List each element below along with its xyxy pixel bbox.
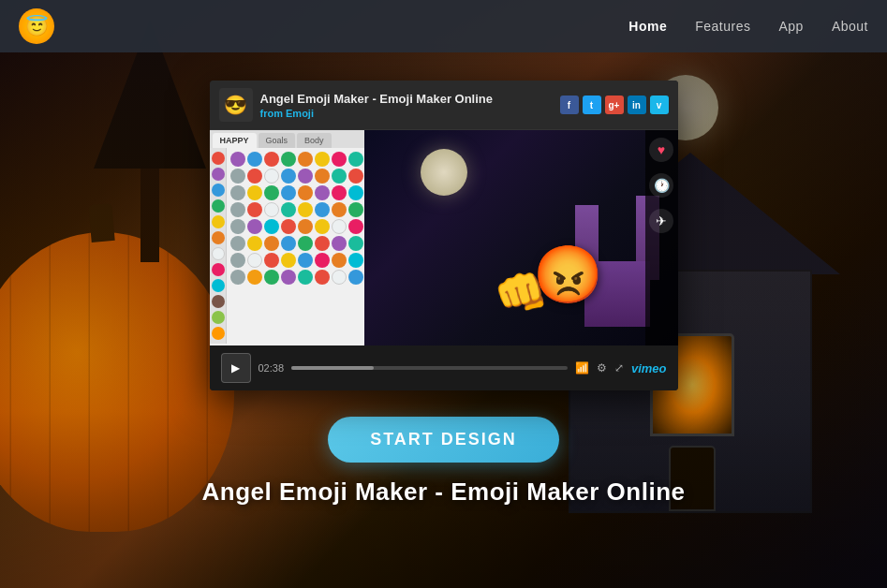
- emoji-item[interactable]: [348, 253, 363, 268]
- emoji-item[interactable]: [315, 152, 330, 167]
- emoji-item[interactable]: [264, 270, 279, 285]
- emoji-item[interactable]: [247, 202, 262, 217]
- nav-link-about[interactable]: About: [832, 19, 868, 34]
- emoji-item[interactable]: [315, 236, 330, 251]
- nav-item-home[interactable]: Home: [628, 18, 667, 35]
- sidebar-dot[interactable]: [212, 168, 225, 181]
- emoji-item[interactable]: [264, 219, 279, 234]
- emoji-item[interactable]: [332, 270, 347, 285]
- emoji-item[interactable]: [264, 253, 279, 268]
- googleplus-button[interactable]: g+: [605, 96, 624, 114]
- emoji-item[interactable]: [247, 219, 262, 234]
- emoji-item[interactable]: [264, 152, 279, 167]
- emoji-item[interactable]: [281, 236, 296, 251]
- emoji-item[interactable]: [348, 270, 363, 285]
- emoji-item[interactable]: [298, 152, 313, 167]
- emoji-item[interactable]: [230, 185, 245, 200]
- nav-item-about[interactable]: About: [832, 18, 868, 35]
- sidebar-dot[interactable]: [212, 152, 225, 165]
- emoji-item[interactable]: [281, 169, 296, 184]
- heart-button[interactable]: ♥: [649, 138, 673, 162]
- emoji-item[interactable]: [348, 236, 363, 251]
- emoji-item[interactable]: [315, 169, 330, 184]
- sidebar-dot[interactable]: [212, 184, 225, 197]
- emoji-item[interactable]: [264, 185, 279, 200]
- emoji-item[interactable]: [348, 219, 363, 234]
- emoji-item[interactable]: [281, 253, 296, 268]
- emoji-item[interactable]: [230, 202, 245, 217]
- emoji-item[interactable]: [230, 253, 245, 268]
- twitter-button[interactable]: t: [583, 96, 601, 114]
- emoji-item[interactable]: [247, 185, 262, 200]
- sidebar-dot[interactable]: [212, 295, 225, 308]
- facebook-button[interactable]: f: [560, 96, 579, 114]
- emoji-item[interactable]: [264, 202, 279, 217]
- emoji-item[interactable]: [281, 219, 296, 234]
- sidebar-dot[interactable]: [212, 311, 225, 324]
- emoji-item[interactable]: [348, 185, 363, 200]
- sidebar-dot[interactable]: [212, 199, 225, 213]
- vimeo-button[interactable]: v: [650, 96, 669, 114]
- emoji-item[interactable]: [230, 152, 245, 167]
- emoji-item[interactable]: [247, 169, 262, 184]
- volume-icon[interactable]: 📶: [575, 361, 589, 375]
- emoji-item[interactable]: [281, 185, 296, 200]
- settings-icon[interactable]: ⚙: [597, 361, 607, 375]
- emoji-tab-goals[interactable]: Goals: [259, 133, 296, 148]
- nav-item-app[interactable]: App: [778, 18, 803, 35]
- emoji-item[interactable]: [281, 270, 296, 285]
- emoji-item[interactable]: [298, 169, 313, 184]
- emoji-item[interactable]: [230, 236, 245, 251]
- emoji-item[interactable]: [332, 253, 347, 268]
- emoji-tab-happy[interactable]: HAPPY: [213, 133, 257, 148]
- emoji-item[interactable]: [332, 152, 347, 167]
- emoji-item[interactable]: [298, 185, 313, 200]
- sidebar-dot[interactable]: [212, 231, 225, 244]
- emoji-item[interactable]: [247, 236, 262, 251]
- emoji-item[interactable]: [348, 202, 363, 217]
- sidebar-dot[interactable]: [212, 327, 225, 340]
- emoji-item[interactable]: [298, 219, 313, 234]
- emoji-item[interactable]: [230, 270, 245, 285]
- sidebar-dot[interactable]: [212, 215, 225, 228]
- linkedin-button[interactable]: in: [628, 96, 646, 114]
- emoji-item[interactable]: [298, 253, 313, 268]
- emoji-item[interactable]: [247, 152, 262, 167]
- emoji-item[interactable]: [315, 185, 330, 200]
- nav-item-features[interactable]: Features: [695, 18, 750, 35]
- emoji-tab-body[interactable]: Body: [297, 133, 332, 148]
- clock-button[interactable]: 🕐: [649, 173, 673, 198]
- play-button[interactable]: ▶: [221, 353, 251, 383]
- emoji-item[interactable]: [348, 169, 363, 184]
- start-design-button[interactable]: START DESIGN: [328, 417, 559, 463]
- emoji-item[interactable]: [264, 169, 279, 184]
- fullscreen-icon[interactable]: ⤢: [614, 361, 624, 375]
- emoji-item[interactable]: [315, 219, 330, 234]
- emoji-item[interactable]: [332, 236, 347, 251]
- share-button[interactable]: ✈: [649, 209, 673, 233]
- nav-link-features[interactable]: Features: [695, 19, 750, 34]
- emoji-item[interactable]: [315, 202, 330, 217]
- emoji-item[interactable]: [281, 152, 296, 167]
- emoji-item[interactable]: [230, 219, 245, 234]
- sidebar-dot[interactable]: [212, 279, 225, 292]
- sidebar-dot[interactable]: [212, 247, 225, 260]
- emoji-item[interactable]: [332, 202, 347, 217]
- sidebar-dot[interactable]: [212, 263, 225, 276]
- nav-link-app[interactable]: App: [778, 19, 803, 34]
- nav-link-home[interactable]: Home: [628, 19, 667, 34]
- emoji-item[interactable]: [281, 202, 296, 217]
- emoji-item[interactable]: [332, 169, 347, 184]
- emoji-item[interactable]: [247, 253, 262, 268]
- emoji-item[interactable]: [298, 270, 313, 285]
- emoji-item[interactable]: [298, 202, 313, 217]
- emoji-item[interactable]: [230, 169, 245, 184]
- emoji-item[interactable]: [332, 219, 347, 234]
- emoji-item[interactable]: [298, 236, 313, 251]
- emoji-item[interactable]: [247, 270, 262, 285]
- emoji-item[interactable]: [315, 270, 330, 285]
- progress-bar[interactable]: [291, 366, 568, 370]
- emoji-item[interactable]: [348, 152, 363, 167]
- emoji-item[interactable]: [264, 236, 279, 251]
- emoji-item[interactable]: [332, 185, 347, 200]
